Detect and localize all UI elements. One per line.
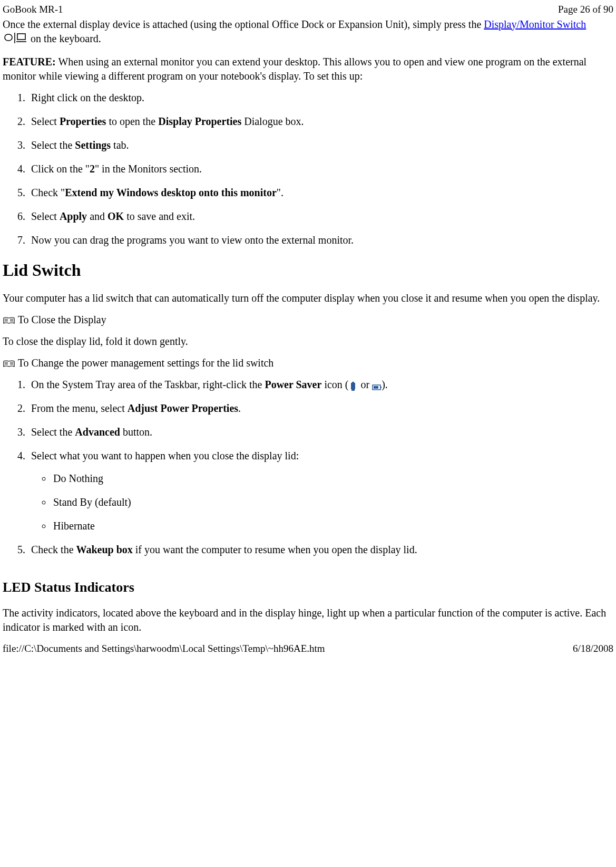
step-text: Select the xyxy=(31,426,75,438)
battery-icon xyxy=(372,381,382,390)
book-icon xyxy=(3,360,15,368)
svg-rect-2 xyxy=(17,34,25,40)
list-item: Right click on the desktop. xyxy=(28,91,613,105)
step-text: On the System Tray area of the Taskbar, … xyxy=(31,379,265,390)
svg-rect-17 xyxy=(352,382,354,383)
subheading-text: To Change the power management settings … xyxy=(15,357,273,369)
list-item: Do Nothing xyxy=(52,471,613,486)
feature-steps-list: Right click on the desktop. Select Prope… xyxy=(3,91,613,247)
footer-date: 6/18/2008 xyxy=(573,642,613,656)
subheading-close-display: To Close the Display xyxy=(3,313,613,327)
display-switch-icon xyxy=(3,32,28,47)
book-icon xyxy=(3,317,15,324)
step-text: to open the xyxy=(106,115,158,127)
led-heading: LED Status Indicators xyxy=(3,578,613,596)
feature-label: FEATURE: xyxy=(3,56,56,68)
intro-paragraph: Once the external display device is atta… xyxy=(3,17,613,47)
step-text: button. xyxy=(120,426,152,438)
option-text: Do Nothing xyxy=(53,473,103,484)
lid-steps-list: On the System Tray area of the Taskbar, … xyxy=(3,378,613,557)
step-text: Click on the " xyxy=(31,163,90,175)
step-text: " in the Monitors section. xyxy=(95,163,202,175)
step-text: icon ( xyxy=(321,379,348,390)
subheading-change-power: To Change the power management settings … xyxy=(3,356,613,370)
header-page-number: Page 26 of 90 xyxy=(558,3,613,16)
step-text: to save and exit. xyxy=(124,210,195,222)
list-item: Hibernate xyxy=(52,519,613,533)
step-text: or xyxy=(358,379,372,390)
list-item: Select Properties to open the Display Pr… xyxy=(28,114,613,129)
step-bold: OK xyxy=(107,210,124,222)
step-text: if you want the computer to resume when … xyxy=(133,544,417,555)
feature-paragraph: FEATURE: When using an external monitor … xyxy=(3,55,613,83)
step-text: ). xyxy=(382,379,388,390)
step-bold: Apply xyxy=(60,210,87,222)
lid-options-list: Do Nothing Stand By (default) Hibernate xyxy=(31,471,613,533)
option-text: Hibernate xyxy=(53,520,95,532)
list-item: Check the Wakeup box if you want the com… xyxy=(28,543,613,557)
battery-plug-icon xyxy=(348,381,358,390)
step-text: Check the xyxy=(31,544,76,555)
step-text: Select the xyxy=(31,139,75,151)
lid-switch-heading: Lid Switch xyxy=(3,259,613,282)
led-text: The activity indicators, located above t… xyxy=(3,606,613,634)
list-item: Select the Advanced button. xyxy=(28,425,613,439)
step-text: Dialogue box. xyxy=(241,115,304,127)
list-item: Stand By (default) xyxy=(52,495,613,509)
step-text: From the menu, select xyxy=(31,402,128,414)
step-text: ". xyxy=(277,187,283,198)
svg-rect-16 xyxy=(351,383,355,389)
intro-text-pre: Once the external display device is atta… xyxy=(3,18,484,30)
list-item: Check "Extend my Windows desktop onto th… xyxy=(28,186,613,200)
list-item: Select what you want to happen when you … xyxy=(28,449,613,533)
list-item: From the menu, select Adjust Power Prope… xyxy=(28,401,613,416)
page-header: GoBook MR-1 Page 26 of 90 xyxy=(3,3,613,16)
option-text: Stand By (default) xyxy=(53,496,131,508)
step-bold: Wakeup box xyxy=(76,544,133,555)
subheading-text: To Close the Display xyxy=(15,314,106,325)
step-bold: Properties xyxy=(60,115,106,127)
step-text: and xyxy=(87,210,107,222)
step-bold: 2 xyxy=(90,163,95,175)
step-text: . xyxy=(238,402,241,414)
page-footer: file://C:\Documents and Settings\harwood… xyxy=(3,642,613,656)
intro-text-post: on the keyboard. xyxy=(31,33,101,44)
step-bold: Settings xyxy=(75,139,111,151)
list-item: Select the Settings tab. xyxy=(28,138,613,152)
svg-rect-20 xyxy=(374,386,378,389)
step-bold: Advanced xyxy=(75,426,120,438)
step-text: Select xyxy=(31,115,60,127)
list-item: Select Apply and OK to save and exit. xyxy=(28,209,613,224)
step-bold: Power Saver xyxy=(265,379,321,390)
step-text: Select xyxy=(31,210,60,222)
display-monitor-switch-link[interactable]: Display/Monitor Switch xyxy=(484,18,586,30)
step-text: Check " xyxy=(31,187,65,198)
list-item: On the System Tray area of the Taskbar, … xyxy=(28,378,613,392)
list-item: Now you can drag the programs you want t… xyxy=(28,233,613,247)
step-text: tab. xyxy=(111,139,129,151)
step-bold: Display Properties xyxy=(158,115,241,127)
step-text: Now you can drag the programs you want t… xyxy=(31,234,354,246)
header-title: GoBook MR-1 xyxy=(3,3,63,16)
step-text: Right click on the desktop. xyxy=(31,92,144,103)
close-display-text: To close the display lid, fold it down g… xyxy=(3,334,613,349)
list-item: Click on the "2" in the Monitors section… xyxy=(28,162,613,176)
step-bold: Adjust Power Properties xyxy=(128,402,238,414)
step-bold: Extend my Windows desktop onto this moni… xyxy=(65,187,277,198)
step-text: Select what you want to happen when you … xyxy=(31,450,299,461)
lid-intro-text: Your computer has a lid switch that can … xyxy=(3,291,613,305)
feature-text: When using an external monitor you can e… xyxy=(3,56,586,82)
svg-rect-0 xyxy=(5,34,12,41)
footer-path: file://C:\Documents and Settings\harwood… xyxy=(3,642,325,656)
